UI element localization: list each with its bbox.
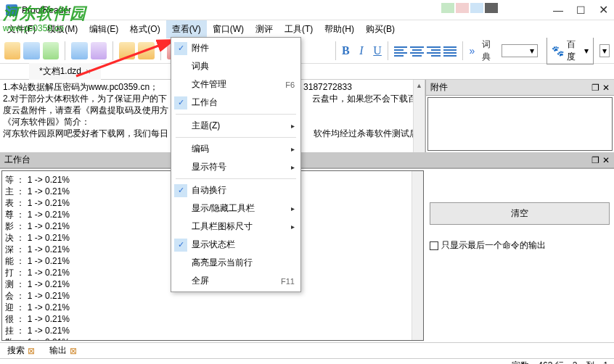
clear-button[interactable]: 清空 <box>430 202 610 225</box>
tab-search[interactable]: 搜索 ⊠ <box>3 343 39 358</box>
save-file-icon[interactable] <box>43 42 59 59</box>
workbench-row: 挂 ： 1 -> 0.21% <box>5 325 420 336</box>
workbench-title: 工作台 <box>4 154 30 166</box>
menu-attachment[interactable]: ✓附件 <box>171 39 300 57</box>
editor-scrollbar[interactable]: ▲ <box>413 80 425 152</box>
menu-separator <box>176 137 296 138</box>
menu-dictionary[interactable]: 词典 <box>171 57 300 75</box>
tab-search-label: 搜索 <box>7 344 25 357</box>
submenu-arrow-icon: ▸ <box>291 163 295 171</box>
align-justify-icon[interactable] <box>443 45 457 57</box>
theme-chip-black[interactable] <box>485 3 498 13</box>
theme-chip-green[interactable] <box>441 3 454 13</box>
show-last-output-checkbox-row[interactable]: 只显示最后一个命令的输出 <box>430 239 610 252</box>
close-button[interactable]: ✕ <box>599 3 608 17</box>
theme-chip-blue[interactable] <box>470 3 483 13</box>
toolbar-sep <box>112 41 113 60</box>
workbench-row: 散 ： 1 -> 0.21% <box>5 336 420 341</box>
attachment-pane-header: 附件 ❐ ✕ <box>426 80 614 96</box>
menu-toolbar-icon-size[interactable]: 工具栏图标尺寸▸ <box>171 218 300 236</box>
maximize-button[interactable]: ☐ <box>576 4 586 16</box>
check-icon: ✓ <box>174 96 187 109</box>
minimize-button[interactable]: — <box>553 4 563 16</box>
submenu-arrow-icon: ▸ <box>291 204 295 212</box>
app-title: ProofReader <box>22 5 71 15</box>
align-center-icon[interactable] <box>410 45 424 57</box>
open-file-icon[interactable] <box>23 42 39 59</box>
toolbar: B I U » 词典 ▾ 🐾 百度 ▾ ▾ <box>0 38 614 64</box>
new-file-icon[interactable] <box>4 42 20 59</box>
document-tab-title: *文档1.dzd <box>39 65 81 78</box>
tab-output-label: 输出 <box>49 344 67 357</box>
toolbar-sep <box>335 41 336 60</box>
workbench-row: 很 ： 1 -> 0.21% <box>5 313 420 325</box>
search-engine-label: 百度 <box>567 38 581 63</box>
menu-toggle-toolbar[interactable]: 显示/隐藏工具栏▸ <box>171 199 300 218</box>
scroll-up-icon[interactable]: ▲ <box>414 80 425 91</box>
checkbox-icon[interactable] <box>430 241 438 250</box>
toolbar-sep <box>388 41 388 60</box>
attachment-pane-title: 附件 <box>430 81 448 94</box>
menu-encoding[interactable]: 编码▸ <box>171 140 300 158</box>
search-engine-dropdown[interactable]: 🐾 百度 ▾ <box>547 37 594 65</box>
undo-icon[interactable] <box>119 42 135 59</box>
dictionary-dropdown[interactable]: ▾ <box>502 44 538 57</box>
menu-view[interactable]: 查看(V) <box>166 20 207 38</box>
submenu-arrow-icon: ▸ <box>291 223 295 231</box>
check-icon: ✓ <box>174 42 187 55</box>
show-last-output-label: 只显示最后一个命令的输出 <box>441 239 546 252</box>
status-text: 字数：463 行：2，列：1 <box>512 360 608 364</box>
menu-show-symbol[interactable]: 显示符号▸ <box>171 158 300 176</box>
close-icon[interactable]: ⊠ <box>28 346 35 356</box>
tab-output[interactable]: 输出 ⊠ <box>45 343 81 358</box>
redo-icon[interactable] <box>138 42 154 59</box>
menu-theme[interactable]: 主题(Z)▸ <box>171 117 300 135</box>
baidu-paw-icon: 🐾 <box>552 45 564 57</box>
underline-button[interactable]: U <box>373 44 382 57</box>
statusbar: 字数：463 行：2，列：1 <box>0 358 614 364</box>
menu-highlight-line[interactable]: 高亮显示当前行 <box>171 254 300 272</box>
view-dropdown-menu: ✓附件 词典 文件管理F6 ✓工作台 主题(Z)▸ 编码▸ 显示符号▸ ✓自动换… <box>171 37 301 292</box>
menu-auto-wrap[interactable]: ✓自动换行 <box>171 181 300 199</box>
bold-button[interactable]: B <box>342 44 350 57</box>
menu-fullscreen[interactable]: 全屏F11 <box>171 272 300 290</box>
workbench-row: 迎 ： 1 -> 0.21% <box>5 302 420 313</box>
menu-help[interactable]: 帮助(H) <box>319 20 360 38</box>
document-tab[interactable]: *文档1.dzd × <box>29 63 101 80</box>
chevron-down-icon: ▾ <box>584 46 589 56</box>
menu-buy[interactable]: 购买(B) <box>360 20 401 38</box>
workbench-scrollbar[interactable] <box>412 171 423 340</box>
pane-undock-icon[interactable]: ❐ <box>592 83 599 93</box>
menu-workbench[interactable]: ✓工作台 <box>171 94 300 112</box>
pane-close-icon[interactable]: ✕ <box>602 83 610 93</box>
chevron-right-icon[interactable]: » <box>469 45 475 57</box>
save-as-icon[interactable] <box>71 42 87 59</box>
menu-show-statusbar[interactable]: ✓显示状态栏 <box>171 236 300 254</box>
menu-review[interactable]: 测评 <box>250 20 279 38</box>
menu-format[interactable]: 格式(O) <box>124 20 165 38</box>
titlebar: ProofReader — ☐ ✕ <box>0 0 614 20</box>
print-icon[interactable] <box>91 42 107 59</box>
menubar: 文件(F) 模板(M) 编辑(E) 格式(O) 查看(V) 窗口(W) 测评 工… <box>0 20 614 38</box>
menu-file[interactable]: 文件(F) <box>1 20 41 38</box>
close-icon[interactable]: ⊠ <box>70 346 77 356</box>
pane-undock-icon[interactable]: ❐ <box>592 155 599 165</box>
close-tab-icon[interactable]: × <box>86 67 91 77</box>
toolbar-sep <box>160 41 161 60</box>
align-left-icon[interactable] <box>394 45 408 57</box>
search-go-button[interactable]: ▾ <box>599 44 610 57</box>
menu-tool[interactable]: 工具(T) <box>279 20 319 38</box>
menu-window[interactable]: 窗口(W) <box>207 20 250 38</box>
align-right-icon[interactable] <box>427 45 441 57</box>
attachment-pane-body[interactable] <box>427 97 613 151</box>
menu-template[interactable]: 模板(M) <box>41 20 83 38</box>
dictionary-label: 词典 <box>482 38 498 63</box>
italic-button[interactable]: I <box>359 44 363 57</box>
menu-file-management[interactable]: 文件管理F6 <box>171 75 300 94</box>
theme-chip-red[interactable] <box>456 3 469 13</box>
menu-edit[interactable]: 编辑(E) <box>83 20 124 38</box>
bottom-tabs: 搜索 ⊠ 输出 ⊠ <box>0 342 614 358</box>
pane-close-icon[interactable]: ✕ <box>602 155 610 165</box>
menu-separator <box>176 178 296 179</box>
toolbar-sep <box>65 41 65 60</box>
